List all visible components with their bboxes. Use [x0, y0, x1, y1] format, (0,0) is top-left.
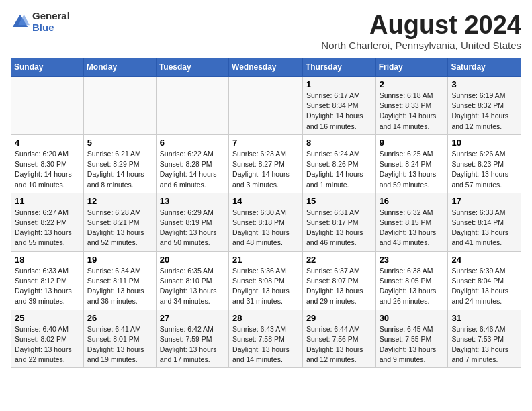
calendar-cell: 30Sunrise: 6:45 AM Sunset: 7:55 PM Dayli…: [375, 310, 448, 368]
calendar-cell: 20Sunrise: 6:35 AM Sunset: 8:10 PM Dayli…: [156, 251, 228, 310]
calendar-cell: 23Sunrise: 6:38 AM Sunset: 8:05 PM Dayli…: [375, 251, 448, 310]
day-number: 8: [306, 138, 372, 148]
day-number: 17: [451, 196, 517, 206]
day-number: 10: [451, 138, 517, 148]
calendar-body: 1Sunrise: 6:17 AM Sunset: 8:34 PM Daylig…: [11, 77, 521, 368]
calendar-cell: 3Sunrise: 6:19 AM Sunset: 8:32 PM Daylig…: [448, 77, 521, 135]
day-number: 30: [380, 313, 445, 323]
day-info: Sunrise: 6:27 AM Sunset: 8:22 PM Dayligh…: [15, 208, 80, 248]
calendar-cell: 2Sunrise: 6:18 AM Sunset: 8:33 PM Daylig…: [375, 77, 448, 135]
calendar-cell: 10Sunrise: 6:26 AM Sunset: 8:23 PM Dayli…: [448, 134, 521, 193]
day-info: Sunrise: 6:21 AM Sunset: 8:29 PM Dayligh…: [87, 149, 152, 190]
calendar-cell: 27Sunrise: 6:42 AM Sunset: 7:59 PM Dayli…: [156, 310, 228, 368]
day-number: 27: [160, 313, 225, 323]
day-number: 29: [306, 313, 372, 323]
day-info: Sunrise: 6:26 AM Sunset: 8:23 PM Dayligh…: [451, 149, 517, 190]
day-number: 9: [380, 138, 445, 148]
header-cell-friday: Friday: [375, 58, 448, 77]
calendar-cell: 21Sunrise: 6:36 AM Sunset: 8:08 PM Dayli…: [229, 251, 303, 310]
calendar-cell: 11Sunrise: 6:27 AM Sunset: 8:22 PM Dayli…: [11, 193, 84, 251]
day-number: 21: [232, 255, 299, 265]
day-info: Sunrise: 6:37 AM Sunset: 8:07 PM Dayligh…: [306, 266, 372, 307]
logo: General Blue: [11, 11, 70, 33]
day-number: 25: [15, 313, 80, 323]
calendar-cell: 8Sunrise: 6:24 AM Sunset: 8:26 PM Daylig…: [302, 134, 375, 193]
header-cell-wednesday: Wednesday: [229, 58, 303, 77]
day-info: Sunrise: 6:32 AM Sunset: 8:15 PM Dayligh…: [380, 208, 445, 248]
day-info: Sunrise: 6:28 AM Sunset: 8:21 PM Dayligh…: [87, 208, 152, 248]
calendar-cell: 24Sunrise: 6:39 AM Sunset: 8:04 PM Dayli…: [448, 251, 521, 310]
day-info: Sunrise: 6:33 AM Sunset: 8:12 PM Dayligh…: [15, 266, 80, 307]
day-info: Sunrise: 6:41 AM Sunset: 8:01 PM Dayligh…: [87, 324, 152, 365]
calendar-cell: 1Sunrise: 6:17 AM Sunset: 8:34 PM Daylig…: [302, 77, 375, 135]
logo-general-text: General: [32, 11, 70, 22]
day-info: Sunrise: 6:31 AM Sunset: 8:17 PM Dayligh…: [306, 208, 372, 248]
day-info: Sunrise: 6:45 AM Sunset: 7:55 PM Dayligh…: [380, 324, 445, 365]
calendar-cell: 13Sunrise: 6:29 AM Sunset: 8:19 PM Dayli…: [156, 193, 228, 251]
day-info: Sunrise: 6:29 AM Sunset: 8:19 PM Dayligh…: [160, 208, 225, 248]
day-number: 18: [15, 255, 80, 265]
calendar-cell: 5Sunrise: 6:21 AM Sunset: 8:29 PM Daylig…: [83, 134, 156, 193]
logo-text: General Blue: [32, 11, 70, 33]
calendar-cell: [83, 77, 156, 135]
day-info: Sunrise: 6:34 AM Sunset: 8:11 PM Dayligh…: [87, 266, 152, 307]
logo-icon: [11, 13, 30, 32]
day-number: 28: [232, 313, 299, 323]
month-title: August 2024: [321, 11, 521, 40]
header-cell-saturday: Saturday: [448, 58, 521, 77]
page-header: General Blue August 2024 North Charleroi…: [11, 11, 521, 51]
week-row-5: 25Sunrise: 6:40 AM Sunset: 8:02 PM Dayli…: [11, 310, 521, 368]
day-info: Sunrise: 6:33 AM Sunset: 8:14 PM Dayligh…: [451, 208, 517, 248]
day-number: 31: [451, 313, 517, 323]
calendar-cell: 16Sunrise: 6:32 AM Sunset: 8:15 PM Dayli…: [375, 193, 448, 251]
calendar-cell: 19Sunrise: 6:34 AM Sunset: 8:11 PM Dayli…: [83, 251, 156, 310]
title-area: August 2024 North Charleroi, Pennsylvani…: [321, 11, 521, 51]
header-cell-thursday: Thursday: [302, 58, 375, 77]
day-number: 11: [15, 196, 80, 206]
day-info: Sunrise: 6:43 AM Sunset: 7:58 PM Dayligh…: [232, 324, 299, 365]
calendar-header: SundayMondayTuesdayWednesdayThursdayFrid…: [11, 58, 521, 77]
calendar-cell: 9Sunrise: 6:25 AM Sunset: 8:24 PM Daylig…: [375, 134, 448, 193]
day-info: Sunrise: 6:40 AM Sunset: 8:02 PM Dayligh…: [15, 324, 80, 365]
day-number: 12: [87, 196, 152, 206]
day-info: Sunrise: 6:35 AM Sunset: 8:10 PM Dayligh…: [160, 266, 225, 307]
day-info: Sunrise: 6:42 AM Sunset: 7:59 PM Dayligh…: [160, 324, 225, 365]
calendar-cell: 17Sunrise: 6:33 AM Sunset: 8:14 PM Dayli…: [448, 193, 521, 251]
header-cell-monday: Monday: [83, 58, 156, 77]
day-number: 13: [160, 196, 225, 206]
day-info: Sunrise: 6:46 AM Sunset: 7:53 PM Dayligh…: [451, 324, 517, 365]
day-info: Sunrise: 6:20 AM Sunset: 8:30 PM Dayligh…: [15, 149, 80, 190]
day-info: Sunrise: 6:19 AM Sunset: 8:32 PM Dayligh…: [451, 91, 517, 132]
day-info: Sunrise: 6:38 AM Sunset: 8:05 PM Dayligh…: [380, 266, 445, 307]
calendar-cell: 4Sunrise: 6:20 AM Sunset: 8:30 PM Daylig…: [11, 134, 84, 193]
header-cell-tuesday: Tuesday: [156, 58, 228, 77]
day-info: Sunrise: 6:39 AM Sunset: 8:04 PM Dayligh…: [451, 266, 517, 307]
day-info: Sunrise: 6:36 AM Sunset: 8:08 PM Dayligh…: [232, 266, 299, 307]
day-number: 5: [87, 138, 152, 148]
day-number: 26: [87, 313, 152, 323]
day-number: 19: [87, 255, 152, 265]
day-number: 6: [160, 138, 225, 148]
calendar-table: SundayMondayTuesdayWednesdayThursdayFrid…: [11, 58, 521, 368]
day-info: Sunrise: 6:24 AM Sunset: 8:26 PM Dayligh…: [306, 149, 372, 190]
day-number: 23: [380, 255, 445, 265]
calendar-cell: 14Sunrise: 6:30 AM Sunset: 8:18 PM Dayli…: [229, 193, 303, 251]
day-info: Sunrise: 6:44 AM Sunset: 7:56 PM Dayligh…: [306, 324, 372, 365]
calendar-cell: [156, 77, 228, 135]
logo-blue-text: Blue: [32, 22, 70, 34]
week-row-4: 18Sunrise: 6:33 AM Sunset: 8:12 PM Dayli…: [11, 251, 521, 310]
calendar-cell: 29Sunrise: 6:44 AM Sunset: 7:56 PM Dayli…: [302, 310, 375, 368]
week-row-3: 11Sunrise: 6:27 AM Sunset: 8:22 PM Dayli…: [11, 193, 521, 251]
location-title: North Charleroi, Pennsylvania, United St…: [321, 40, 521, 51]
week-row-2: 4Sunrise: 6:20 AM Sunset: 8:30 PM Daylig…: [11, 134, 521, 193]
week-row-1: 1Sunrise: 6:17 AM Sunset: 8:34 PM Daylig…: [11, 77, 521, 135]
day-info: Sunrise: 6:18 AM Sunset: 8:33 PM Dayligh…: [380, 91, 445, 132]
calendar-cell: 15Sunrise: 6:31 AM Sunset: 8:17 PM Dayli…: [302, 193, 375, 251]
day-number: 2: [380, 79, 445, 89]
calendar-cell: 25Sunrise: 6:40 AM Sunset: 8:02 PM Dayli…: [11, 310, 84, 368]
day-info: Sunrise: 6:22 AM Sunset: 8:28 PM Dayligh…: [160, 149, 225, 190]
day-number: 20: [160, 255, 225, 265]
calendar-cell: 18Sunrise: 6:33 AM Sunset: 8:12 PM Dayli…: [11, 251, 84, 310]
day-number: 1: [306, 79, 372, 89]
header-cell-sunday: Sunday: [11, 58, 84, 77]
